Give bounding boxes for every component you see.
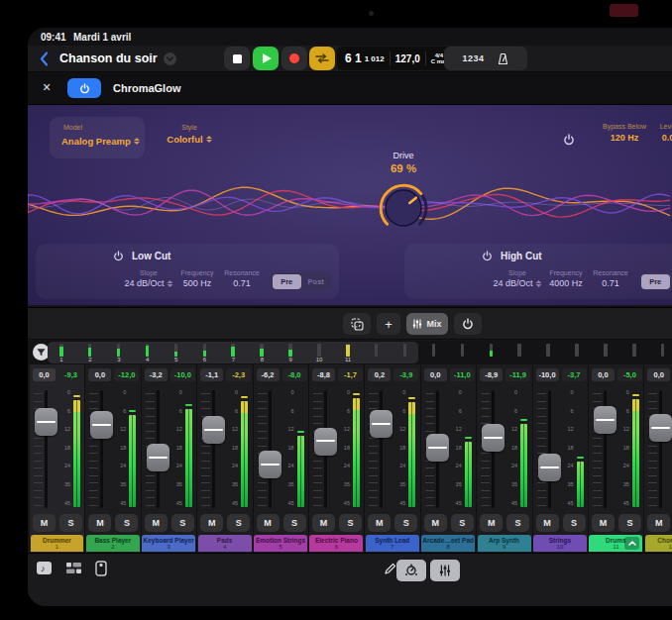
high-cut-slope[interactable]: Slope 24 dB/Oct: [493, 269, 541, 288]
add-track-button[interactable]: +: [377, 313, 400, 335]
high-cut-frequency[interactable]: Frequency 4000 Hz: [549, 269, 583, 288]
fader-cap[interactable]: [259, 451, 281, 478]
style-selector[interactable]: Style Colorful: [155, 124, 224, 145]
duplicate-button[interactable]: [343, 313, 371, 335]
controls-view-button[interactable]: [396, 560, 426, 581]
play-button[interactable]: [253, 47, 279, 70]
fader-cap[interactable]: [649, 414, 672, 442]
mute-button[interactable]: M: [536, 514, 559, 532]
solo-button[interactable]: S: [59, 514, 82, 532]
mute-button[interactable]: M: [647, 514, 670, 532]
track-tab[interactable]: Keyboard Player 3: [142, 535, 195, 552]
fader-cap[interactable]: [370, 410, 392, 438]
power-icon[interactable]: [113, 251, 124, 261]
fader-cap[interactable]: [594, 406, 616, 434]
fader-cap[interactable]: [147, 444, 169, 471]
pan-value[interactable]: -6,2: [257, 368, 280, 381]
level-value[interactable]: -9,3: [58, 368, 83, 381]
drive-knob[interactable]: [378, 182, 429, 234]
mute-button[interactable]: M: [368, 514, 391, 532]
chevron-down-icon[interactable]: [164, 52, 176, 65]
solo-button[interactable]: S: [451, 514, 474, 532]
mute-button[interactable]: M: [33, 514, 56, 532]
level-value[interactable]: -1,7: [338, 368, 363, 381]
mute-button[interactable]: M: [480, 514, 503, 532]
track-tab[interactable]: Drummer 1: [31, 535, 84, 552]
stop-button[interactable]: [224, 47, 250, 70]
track-tab[interactable]: Synth Lead 7: [366, 535, 419, 552]
track-tab[interactable]: Bass Player 2: [86, 535, 140, 552]
pan-value[interactable]: -3,2: [145, 368, 168, 381]
fader-cap[interactable]: [90, 411, 113, 439]
mix-toggle-button[interactable]: Mix: [406, 313, 448, 335]
solo-button[interactable]: S: [171, 514, 194, 532]
pan-value[interactable]: -10,0: [536, 368, 559, 381]
mute-button[interactable]: M: [145, 514, 168, 532]
track-tab[interactable]: Drums 11: [589, 535, 642, 552]
play-surface-button[interactable]: [95, 561, 107, 580]
pan-value[interactable]: 0,2: [368, 368, 391, 381]
solo-button[interactable]: S: [227, 514, 250, 532]
fader-cap[interactable]: [202, 416, 225, 444]
pan-value[interactable]: 0,0: [33, 368, 56, 381]
track-tab[interactable]: Electric Piano 6: [309, 535, 363, 552]
back-chevron-icon[interactable]: [40, 52, 49, 70]
pan-value[interactable]: 0,0: [424, 368, 447, 381]
fader-cap[interactable]: [314, 428, 337, 456]
level-control[interactable]: Level 0.0: [618, 123, 672, 143]
level-value[interactable]: -11,0: [450, 368, 475, 381]
mute-button[interactable]: M: [257, 514, 280, 532]
level-value[interactable]: -8,0: [282, 368, 307, 381]
cycle-button[interactable]: [309, 47, 335, 70]
pre-button[interactable]: Pre: [273, 274, 302, 289]
solo-button[interactable]: S: [394, 514, 417, 532]
track-tab[interactable]: Strings 10: [533, 535, 587, 552]
plugin-power-button[interactable]: [67, 78, 101, 98]
mute-button[interactable]: M: [200, 514, 223, 532]
pan-value[interactable]: -8,9: [480, 368, 503, 381]
pan-value[interactable]: 0,0: [592, 368, 615, 381]
post-button[interactable]: Post: [301, 274, 331, 289]
pre-button[interactable]: Pre: [641, 274, 671, 289]
pan-value[interactable]: -1,1: [200, 368, 223, 381]
count-in-button[interactable]: 1234: [462, 53, 484, 63]
tracks-view-button[interactable]: [65, 561, 82, 579]
edit-pencil-button[interactable]: [383, 563, 396, 580]
solo-button[interactable]: S: [339, 514, 362, 532]
pan-value[interactable]: -8,8: [312, 368, 335, 381]
low-cut-resonance[interactable]: Resonance 0.71: [224, 269, 259, 288]
low-cut-frequency[interactable]: Frequency 500 Hz: [180, 269, 213, 288]
track-tab[interactable]: Chorus V 12: [645, 535, 672, 552]
bypass-power-button[interactable]: [563, 132, 575, 150]
mute-button[interactable]: M: [592, 514, 615, 532]
loops-browser-button[interactable]: ♪: [36, 561, 53, 579]
mute-button[interactable]: M: [312, 514, 335, 532]
solo-button[interactable]: S: [506, 514, 529, 532]
pan-value[interactable]: 0,0: [88, 368, 111, 381]
mixer-power-button[interactable]: [454, 313, 482, 335]
solo-button[interactable]: S: [618, 514, 641, 532]
track-tab[interactable]: Arcade…eet Pad 8: [421, 535, 475, 552]
solo-button[interactable]: S: [563, 514, 586, 532]
model-selector[interactable]: Model Analog Preamp: [50, 117, 145, 158]
pan-value[interactable]: 0,0: [647, 368, 670, 381]
track-overview-strip[interactable]: 1234567891011: [28, 341, 672, 364]
track-tab[interactable]: Emotion Strings 5: [254, 535, 307, 552]
close-icon[interactable]: ×: [43, 80, 51, 94]
fader-cap[interactable]: [35, 408, 57, 436]
metronome-icon[interactable]: [497, 52, 509, 65]
level-value[interactable]: -3,7: [562, 368, 587, 381]
level-value[interactable]: -5,0: [617, 368, 642, 381]
record-button[interactable]: [281, 47, 307, 70]
mixer-view-button[interactable]: [430, 560, 460, 581]
track-tab[interactable]: Pads 4: [198, 535, 252, 552]
mute-button[interactable]: M: [424, 514, 447, 532]
fader-cap[interactable]: [426, 434, 449, 462]
solo-button[interactable]: S: [283, 514, 306, 532]
level-value[interactable]: -3,9: [393, 368, 418, 381]
power-icon[interactable]: [482, 251, 493, 261]
solo-button[interactable]: S: [115, 514, 138, 532]
track-tab[interactable]: Arp Synth 9: [478, 535, 531, 552]
level-value[interactable]: -12,0: [114, 368, 139, 381]
high-cut-resonance[interactable]: Resonance 0.71: [593, 269, 627, 288]
